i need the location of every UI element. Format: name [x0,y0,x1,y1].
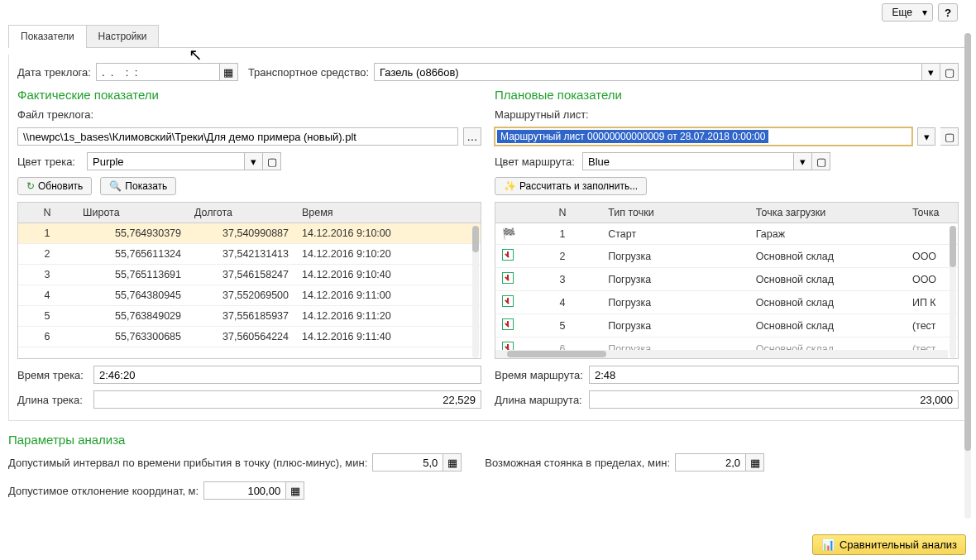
plan-table: N Тип точки Точка загрузки Точка 🏁1Старт… [495,202,959,359]
cell-type: Погрузка [601,291,749,314]
file-label: Файл треклога: [17,108,93,121]
route-sheet-value: Маршрутный лист 00000000000009 от 28.07.… [497,130,768,143]
file-input[interactable] [17,127,458,146]
refresh-icon: ↻ [26,180,35,192]
interval-input[interactable] [372,453,443,471]
help-label: ? [945,7,951,19]
vehicle-input[interactable] [374,63,922,81]
cell-type: Погрузка [601,268,749,291]
calc-button[interactable]: ✨ Рассчитать и заполнить... [495,177,647,195]
table-row[interactable]: 255,76561132437,54213141314.12.2016 9:10… [18,244,481,265]
interval-spinner[interactable]: ▦ [443,453,462,471]
cell-lat: 55,763849029 [76,306,188,327]
parking-label: Возможная стоянка в пределах, мин: [485,457,670,469]
vehicle-input-group: ▾ ▢ [374,63,959,81]
tab-indicators[interactable]: Показатели [8,25,87,47]
start-flag-icon: 🏁 [502,227,515,240]
table-row[interactable]: 155,76493037937,54099088714.12.2016 9:10… [18,223,481,244]
col-load[interactable]: Точка загрузки [749,203,906,223]
col-time[interactable]: Время [295,203,481,223]
cell-time: 14.12.2016 9:10:40 [295,265,481,285]
file-browse-button[interactable]: … [463,127,481,146]
track-time-value[interactable] [93,366,481,384]
cell-n: 1 [524,223,602,245]
vehicle-dropdown-button[interactable]: ▾ [922,63,940,81]
cell-load: Гараж [749,223,906,245]
chevron-down-icon: ▾ [800,156,806,168]
col-type[interactable]: Тип точки [601,203,749,223]
cell-time: 14.12.2016 9:11:20 [295,306,481,327]
table-row[interactable]: 4ПогрузкаОсновной складИП К [495,291,958,314]
track-len-value[interactable] [93,390,481,409]
load-icon [502,249,514,261]
col-icon[interactable] [495,203,524,223]
cell-n: 2 [524,245,602,268]
table-row[interactable]: 🏁1СтартГараж [495,223,958,245]
route-len-value[interactable] [589,390,959,409]
page-scrollbar[interactable] [964,33,973,519]
col-dest[interactable]: Точка [906,203,958,223]
cell-n: 1 [18,223,76,244]
plan-table-hscroll[interactable] [495,350,948,358]
table-row[interactable]: 555,76384902937,55618593714.12.2016 9:11… [18,306,481,327]
cell-lon: 37,546158247 [188,265,295,285]
calendar-button[interactable]: ▦ [220,63,238,81]
parking-input[interactable] [675,453,746,471]
table-row[interactable]: 355,76511369137,54615824714.12.2016 9:10… [18,265,481,285]
cell-type: Погрузка [601,314,749,337]
route-color-input[interactable] [582,152,794,170]
plan-table-vscroll[interactable] [950,226,958,358]
cell-lon: 37,552069500 [188,285,295,306]
cell-lat: 55,765113691 [76,265,188,285]
cell-lat: 55,764930379 [76,223,188,244]
table-row[interactable]: 455,76438094537,55206950014.12.2016 9:11… [18,285,481,306]
show-button[interactable]: 🔍 Показать [100,177,176,195]
compare-button[interactable]: 📊 Сравнительный анализ [812,534,966,555]
col-n2[interactable]: N [524,203,602,223]
load-icon [502,295,514,307]
track-color-dropdown[interactable]: ▾ [245,152,263,170]
table-row[interactable]: 655,76330068537,56056422414.12.2016 9:11… [18,327,481,347]
track-color-input[interactable] [87,152,245,170]
table-row[interactable]: 5ПогрузкаОсновной склад(тест [495,314,958,337]
table-row[interactable]: 3ПогрузкаОсновной складООО [495,268,958,291]
cell-n: 4 [524,291,602,314]
open-icon: ▢ [945,131,954,143]
route-color-dropdown[interactable]: ▾ [794,152,812,170]
plan-title: Плановые показатели [495,88,959,102]
calendar-icon: ▦ [223,66,233,79]
route-sheet-open[interactable]: ▢ [940,127,959,146]
help-button[interactable]: ? [938,3,958,22]
route-color-open[interactable]: ▢ [812,152,830,170]
calc-label: Рассчитать и заполнить... [519,180,638,192]
load-icon [502,272,514,284]
cell-load: Основной склад [749,245,906,268]
col-lat[interactable]: Широта [76,203,188,223]
track-date-input[interactable] [96,63,220,81]
route-sheet-dropdown[interactable]: ▾ [917,127,935,146]
route-sheet-input[interactable]: Маршрутный лист 00000000000009 от 28.07.… [495,127,912,146]
col-n[interactable]: N [18,203,76,223]
actual-table-scroll[interactable] [472,226,481,358]
cell-type: Старт [601,223,749,245]
cell-icon [495,268,524,291]
col-lon[interactable]: Долгота [188,203,295,223]
more-button[interactable]: Еще ▾ [882,3,933,22]
open-icon: ▢ [267,156,277,168]
tab-settings[interactable]: Настройки [86,25,160,47]
route-time-value[interactable] [589,366,959,384]
vehicle-open-button[interactable]: ▢ [940,63,959,81]
coord-input[interactable] [203,481,286,500]
tab-settings-label: Настройки [98,31,147,42]
chevron-down-icon: ▾ [928,66,934,79]
cell-load: Основной склад [749,268,906,291]
chart-icon: 📊 [821,538,835,551]
refresh-label: Обновить [38,180,83,192]
coord-spinner[interactable]: ▦ [286,481,304,500]
refresh-button[interactable]: ↻ Обновить [17,177,92,195]
track-color-open[interactable]: ▢ [263,152,281,170]
calc-icon: ▦ [447,457,457,469]
table-row[interactable]: 2ПогрузкаОсновной складООО [495,245,958,268]
parking-spinner[interactable]: ▦ [746,453,764,471]
search-icon: 🔍 [109,180,122,192]
